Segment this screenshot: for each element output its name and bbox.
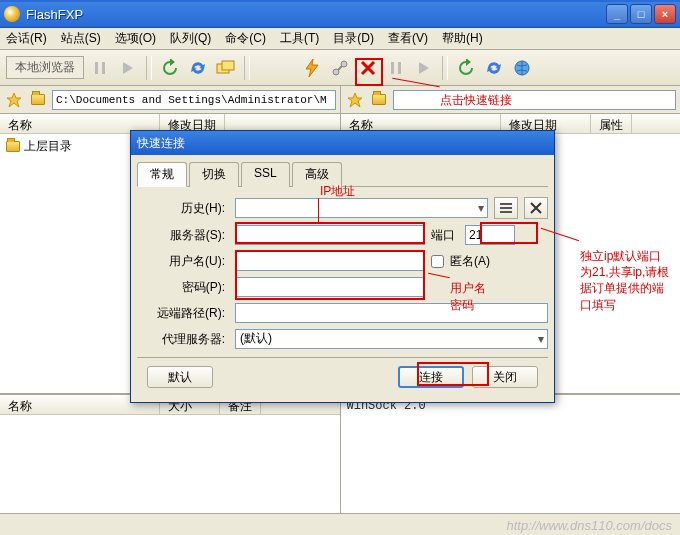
quick-connect-icon[interactable]	[300, 56, 324, 80]
label-user: 用户名(U):	[137, 253, 229, 270]
label-history: 历史(H):	[137, 200, 229, 217]
play-icon[interactable]	[116, 56, 140, 80]
app-icon	[4, 6, 20, 22]
pause-icon[interactable]	[88, 56, 112, 80]
tab-ssl[interactable]: SSL	[241, 162, 290, 187]
refresh-blue2-icon[interactable]	[482, 56, 506, 80]
svg-rect-11	[500, 211, 512, 213]
user-input[interactable]	[235, 251, 425, 271]
svg-rect-9	[500, 203, 512, 205]
password-input[interactable]	[235, 277, 425, 297]
col-attr[interactable]: 属性	[591, 114, 632, 133]
refresh-green2-icon[interactable]	[454, 56, 478, 80]
local-path-input[interactable]: C:\Documents and Settings\Administrator\…	[52, 90, 336, 110]
menu-view[interactable]: 查看(V)	[388, 30, 428, 47]
folder-up-icon	[6, 141, 20, 152]
menu-queue[interactable]: 队列(Q)	[170, 30, 211, 47]
svg-rect-0	[95, 62, 98, 74]
port-input[interactable]	[465, 225, 515, 245]
remote-path-input[interactable]	[235, 303, 548, 323]
quick-connect-dialog: 快速连接 常规 切换 SSL 高级 历史(H): 服务器(S): 端口 用户名(…	[130, 130, 555, 403]
titlebar: FlashFXP _ □ ×	[0, 0, 680, 28]
svg-rect-10	[500, 207, 512, 209]
label-proxy: 代理服务器:	[137, 331, 229, 348]
queue-pane: 名称 大小 备注	[0, 395, 341, 513]
label-port: 端口	[431, 227, 459, 244]
window-title: FlashFXP	[26, 7, 83, 22]
up-directory-label: 上层目录	[24, 138, 72, 155]
server-input[interactable]	[235, 225, 425, 245]
history-list-button[interactable]	[494, 197, 518, 219]
svg-rect-7	[398, 62, 401, 74]
refresh-green-icon[interactable]	[158, 56, 182, 80]
svg-rect-6	[391, 62, 394, 74]
menu-help[interactable]: 帮助(H)	[442, 30, 483, 47]
tab-toggle[interactable]: 切换	[189, 162, 239, 187]
star-icon[interactable]	[345, 90, 365, 110]
anon-checkbox[interactable]	[431, 255, 444, 268]
maximize-button[interactable]: □	[630, 4, 652, 24]
label-remote: 远端路径(R):	[137, 305, 229, 322]
label-server: 服务器(S):	[137, 227, 229, 244]
toolbar: 本地浏览器	[0, 50, 680, 86]
svg-point-4	[333, 69, 339, 75]
log-pane: WinSock 2.0	[341, 395, 681, 513]
pause2-icon[interactable]	[384, 56, 408, 80]
label-password: 密码(P):	[137, 279, 229, 296]
tab-advanced[interactable]: 高级	[292, 162, 342, 187]
abort-icon[interactable]	[356, 56, 380, 80]
folder-icon[interactable]	[28, 90, 48, 110]
minimize-button[interactable]: _	[606, 4, 628, 24]
dialog-title: 快速连接	[131, 131, 554, 155]
folder-icon[interactable]	[369, 90, 389, 110]
svg-rect-3	[222, 61, 234, 70]
watermark: http://www.dns110.com/docs	[507, 518, 672, 533]
remote-path-input[interactable]	[393, 90, 677, 110]
dialog-tabs: 常规 切换 SSL 高级	[137, 161, 548, 187]
star-icon[interactable]	[4, 90, 24, 110]
refresh-blue-icon[interactable]	[186, 56, 210, 80]
folders-icon[interactable]	[214, 56, 238, 80]
proxy-combo[interactable]: (默认)	[235, 329, 548, 349]
menubar: 会话(R) 站点(S) 选项(O) 队列(Q) 命令(C) 工具(T) 目录(D…	[0, 28, 680, 50]
tab-general[interactable]: 常规	[137, 162, 187, 187]
default-button[interactable]: 默认	[147, 366, 213, 388]
disconnect-icon[interactable]	[328, 56, 352, 80]
label-anon: 匿名(A)	[450, 253, 490, 270]
local-browser-button[interactable]: 本地浏览器	[6, 56, 84, 79]
close-button[interactable]: ×	[654, 4, 676, 24]
menu-commands[interactable]: 命令(C)	[225, 30, 266, 47]
menu-session[interactable]: 会话(R)	[6, 30, 47, 47]
queue-list[interactable]	[0, 415, 340, 513]
menu-sites[interactable]: 站点(S)	[61, 30, 101, 47]
play2-icon[interactable]	[412, 56, 436, 80]
menu-options[interactable]: 选项(O)	[115, 30, 156, 47]
history-delete-button[interactable]	[524, 197, 548, 219]
history-combo[interactable]	[235, 198, 488, 218]
menu-tools[interactable]: 工具(T)	[280, 30, 319, 47]
svg-point-5	[341, 61, 347, 67]
connect-button[interactable]: 连接	[398, 366, 464, 388]
svg-rect-1	[102, 62, 105, 74]
menu-directory[interactable]: 目录(D)	[333, 30, 374, 47]
close-dialog-button[interactable]: 关闭	[472, 366, 538, 388]
globe-icon[interactable]	[510, 56, 534, 80]
